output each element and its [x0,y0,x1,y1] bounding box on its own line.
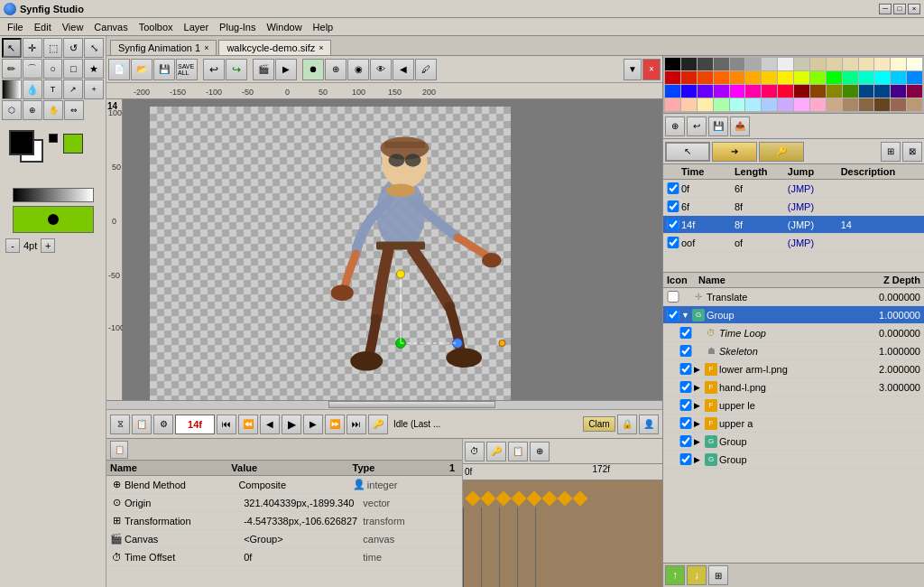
preview-btn[interactable]: ▶ [275,59,297,80]
tab2-close[interactable]: × [319,43,323,52]
kf-jump-4[interactable]: (JMP) [788,238,841,248]
palette-gray[interactable] [714,58,729,70]
pt-minus[interactable]: - [5,238,20,253]
tool-fill[interactable]: ⬡ [2,100,22,120]
prev-frame-btn[interactable]: ◀ [260,415,280,434]
rt-extra-btn1[interactable]: ⊞ [881,142,901,162]
layer-check-group2[interactable] [679,435,692,447]
add-layer-yellow-btn[interactable]: ↓ [687,565,707,585]
layer-check-timeloop[interactable] [679,327,692,339]
duplicate-layer-btn[interactable]: ⊞ [708,565,728,585]
tab-animation1[interactable]: Synfig Animation 1 × [110,40,217,55]
tl-btn2[interactable]: 🔑 [486,442,506,461]
layer-row-translate[interactable]: ✛ Translate 0.000000 [663,288,924,306]
menu-file[interactable]: File [2,20,29,34]
layer-row-upperle[interactable]: ▶ F upper le [663,396,924,415]
layer-row-uppera[interactable]: ▶ F upper a [663,415,924,433]
next-keyframe-btn[interactable]: ⏩ [325,415,345,434]
close-btn[interactable]: × [908,4,920,14]
tool-gradient[interactable] [2,79,22,99]
redo-btn[interactable]: ↪ [226,59,247,80]
palette-white[interactable] [778,58,793,70]
kf-jump-2[interactable]: (JMP) [788,201,841,212]
palette-r1[interactable] [794,58,809,70]
tool-bline[interactable]: ⌒ [23,59,42,79]
pt-plus[interactable]: + [41,238,55,253]
canvas-more-btn[interactable]: ▼ [624,59,642,80]
scroll-thumb-h[interactable] [328,401,495,408]
rt-extra-btn2[interactable]: ⊠ [902,142,922,162]
loop-btn[interactable]: ⧖ [110,415,130,434]
render-settings-btn[interactable]: ⚙ [153,415,173,434]
tool-rotate[interactable]: ↺ [63,38,83,58]
undo-btn[interactable]: ↩ [203,59,225,80]
tool-circle[interactable]: ○ [43,59,63,79]
menu-layer[interactable]: Layer [179,20,215,34]
tool-zoom[interactable]: ⊕ [23,100,42,120]
play-btn[interactable]: ▶ [282,415,301,434]
kf-check-2[interactable] [667,200,679,212]
tool-hand[interactable]: ✋ [43,100,63,120]
layer-row-lowerarm[interactable]: ▶ F lower arm-l.png 2.000000 [663,360,924,378]
tool4-btn[interactable]: 👁 [370,59,392,80]
color-fg-swatch[interactable] [9,130,34,155]
tab-walkcycle[interactable]: walkcycle-demo.sifz × [218,40,331,55]
palette-midgray[interactable] [730,58,745,70]
tool-eyedrop[interactable]: 💧 [23,79,42,99]
gradient-bar[interactable] [13,188,94,202]
tool-bone[interactable]: + [84,79,104,99]
window-controls[interactable]: ─ □ × [879,4,920,14]
save-all-btn[interactable]: SAVE ALL [176,59,198,80]
kf-row-2[interactable]: 6f 8f (JMP) [663,198,924,216]
palette-darkgray1[interactable] [681,58,697,70]
layer-check-lowerarm[interactable] [679,363,692,375]
clamped-btn[interactable]: Clam [583,416,615,432]
arrow-filter-btn[interactable]: ↖ [665,142,710,162]
tool2-btn[interactable]: ⊕ [325,59,346,80]
timeline-content[interactable]: 0f 172f [463,464,662,587]
maximize-btn[interactable]: □ [893,4,906,14]
tool5-btn[interactable]: ◀ [393,59,414,80]
layer-row-group2[interactable]: ▶ G Group [663,433,924,451]
kf-row-4[interactable]: oof of (JMP) [663,234,924,252]
new-file-btn[interactable]: 📄 [108,59,130,80]
lock-btn[interactable]: 🔒 [617,415,637,434]
layer-row-group3[interactable]: ▶ G Group [663,451,924,469]
prev-keyframe-btn[interactable]: ⏪ [238,415,258,434]
kf-row-1[interactable]: 0f 6f (JMP) [663,180,924,198]
palette-lightgray[interactable] [745,58,761,70]
tl-btn4[interactable]: ⊕ [530,442,550,461]
key-filter-btn[interactable]: 🔑 [759,142,804,162]
params-icon-btn[interactable]: 📋 [110,441,128,459]
layer-check-upperle[interactable] [679,399,692,411]
canvas-viewport[interactable] [123,99,662,400]
rt-btn4[interactable]: 📤 [730,116,750,136]
layer-check-handl[interactable] [679,381,692,393]
layer-row-group[interactable]: ▼ G Group 1.000000 [663,306,924,324]
layer-check-skeleton[interactable] [679,345,692,357]
tool-star[interactable]: ★ [84,59,104,79]
palette-r8[interactable] [907,58,922,70]
kf-check-4[interactable] [667,237,679,248]
palette-r4[interactable] [843,58,858,70]
layer-check-group3[interactable] [679,453,692,465]
layer-check-translate[interactable] [667,291,679,303]
kf-jump-3[interactable]: (JMP) [788,219,841,230]
goto-start-btn[interactable]: ⏮ [217,415,236,434]
menu-help[interactable]: Help [308,20,339,34]
add-waypoint-btn[interactable]: 🔑 [368,415,388,434]
layer-check-group[interactable] [667,309,679,321]
tool-transform[interactable]: ✛ [23,38,42,58]
kf-check-3[interactable] [667,219,679,230]
tool3-btn[interactable]: ◉ [347,59,369,80]
palette-r2[interactable] [810,58,826,70]
person-btn[interactable]: 👤 [639,415,659,434]
menu-plugins[interactable]: Plug-Ins [214,20,261,34]
tool-scale[interactable]: ⤡ [84,38,104,58]
layer-check-uppera[interactable] [679,417,692,429]
add-layer-green-btn[interactable]: ↑ [665,565,685,585]
palette-r7[interactable] [891,58,906,70]
rt-btn1[interactable]: ⊕ [665,116,685,136]
menu-toolbox[interactable]: Toolbox [134,20,179,34]
layer-row-handl[interactable]: ▶ F hand-l.png 3.000000 [663,378,924,396]
